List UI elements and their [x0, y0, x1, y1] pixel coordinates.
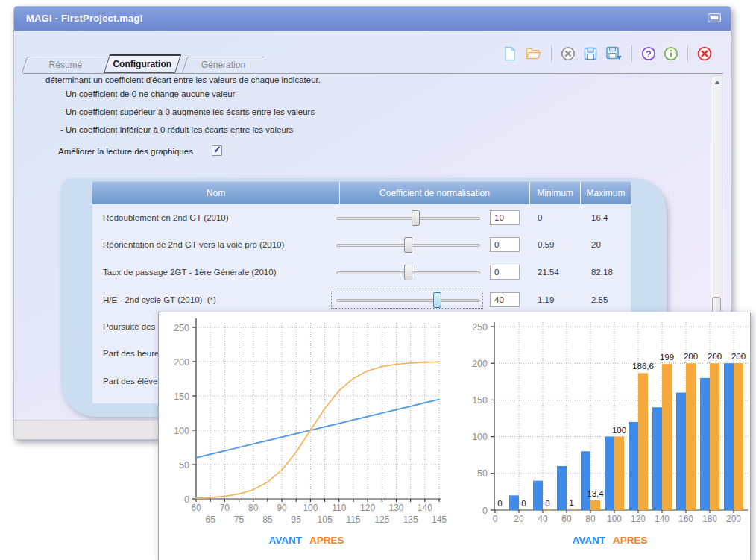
- svg-text:140: 140: [418, 503, 432, 513]
- svg-text:20: 20: [514, 514, 524, 524]
- coefficient-input[interactable]: [490, 210, 520, 225]
- svg-text:95: 95: [292, 515, 302, 525]
- maximum-value: 16.4: [591, 213, 608, 222]
- svg-text:100: 100: [303, 503, 318, 513]
- svg-text:199: 199: [660, 353, 674, 362]
- svg-text:0: 0: [184, 494, 189, 505]
- svg-text:100: 100: [612, 426, 626, 435]
- minimum-value: 0.59: [538, 240, 554, 249]
- svg-text:0: 0: [545, 499, 549, 508]
- svg-text:145: 145: [432, 515, 447, 525]
- svg-text:130: 130: [388, 503, 403, 513]
- maximum-value: 2.55: [591, 295, 608, 304]
- row-name: Part des élève: [103, 377, 158, 386]
- bar-chart-legend: AVANTAPRES: [550, 535, 670, 546]
- svg-text:60: 60: [561, 514, 572, 524]
- coefficient-slider-thumb[interactable]: [404, 265, 412, 280]
- table-row: Réorientation de 2nd GT vers la voie pro…: [14, 235, 731, 256]
- svg-text:200: 200: [684, 352, 698, 361]
- svg-text:100: 100: [607, 514, 622, 524]
- svg-text:85: 85: [262, 515, 273, 525]
- svg-text:80: 80: [585, 514, 596, 524]
- row-name: Taux de passage 2GT - 1ère Générale (201…: [103, 268, 276, 277]
- maximum-value: 82.18: [591, 268, 613, 277]
- legend-apres: APRES: [613, 535, 648, 546]
- svg-text:0: 0: [493, 514, 498, 524]
- coefficient-input[interactable]: [490, 237, 520, 252]
- svg-text:100: 100: [472, 432, 488, 442]
- svg-text:1: 1: [569, 498, 573, 507]
- titlebar: MAGI - FirstProject.magi: [14, 7, 731, 31]
- svg-text:40: 40: [538, 514, 548, 524]
- svg-text:120: 120: [631, 514, 646, 524]
- minimum-value: 21.54: [538, 268, 559, 277]
- coefficient-slider-thumb[interactable]: [404, 237, 412, 253]
- svg-text:135: 135: [403, 515, 418, 525]
- svg-text:13,4: 13,4: [587, 489, 604, 498]
- svg-text:60: 60: [191, 503, 201, 513]
- svg-text:200: 200: [726, 514, 741, 524]
- charts-canvas: 0501001502002506065707580859095100105110…: [159, 312, 750, 532]
- svg-text:125: 125: [374, 515, 389, 525]
- svg-text:65: 65: [205, 515, 215, 525]
- svg-text:90: 90: [277, 503, 287, 513]
- svg-text:100: 100: [174, 426, 189, 436]
- coefficient-slider-track[interactable]: [336, 299, 480, 302]
- minimum-value: 1.19: [538, 295, 554, 304]
- svg-text:200: 200: [174, 357, 189, 368]
- legend-apres: APRES: [309, 535, 344, 546]
- line-chart-legend: AVANTAPRES: [247, 535, 366, 546]
- row-name: Redoublement en 2nd GT (2010): [103, 213, 229, 222]
- svg-text:200: 200: [708, 352, 722, 361]
- svg-text:200: 200: [472, 359, 488, 369]
- svg-text:110: 110: [332, 503, 346, 513]
- svg-text:75: 75: [234, 515, 245, 525]
- minimum-value: 0: [538, 213, 542, 222]
- row-name: H/E - 2nd cycle GT (2010) (*): [103, 295, 216, 304]
- svg-text:200: 200: [731, 352, 746, 361]
- coefficient-input[interactable]: [490, 265, 520, 280]
- scroll-up-icon[interactable]: [714, 81, 720, 84]
- svg-text:186,6: 186,6: [632, 362, 654, 371]
- charts-overlay-panel: 0501001502002506065707580859095100105110…: [158, 312, 751, 560]
- legend-avant: AVANT: [268, 535, 302, 546]
- row-name: Part des heure: [103, 349, 159, 358]
- svg-text:70: 70: [220, 503, 230, 513]
- minimize-icon: [711, 16, 718, 19]
- legend-avant: AVANT: [572, 535, 605, 546]
- coefficient-slider-track[interactable]: [336, 217, 480, 220]
- svg-text:0: 0: [482, 506, 488, 516]
- svg-text:250: 250: [472, 322, 488, 333]
- svg-text:150: 150: [472, 395, 488, 406]
- row-name: Réorientation de 2nd GT vers la voie pro…: [103, 240, 284, 249]
- svg-text:120: 120: [360, 503, 375, 513]
- minimize-button[interactable]: [708, 13, 721, 22]
- svg-text:105: 105: [318, 515, 333, 525]
- coefficient-slider-thumb[interactable]: [433, 292, 441, 308]
- svg-text:160: 160: [678, 514, 693, 524]
- coefficient-slider-thumb[interactable]: [412, 210, 420, 226]
- svg-text:0: 0: [521, 499, 526, 508]
- window-title: MAGI - FirstProject.magi: [26, 7, 143, 31]
- svg-text:140: 140: [655, 514, 670, 524]
- svg-text:115: 115: [346, 515, 360, 525]
- table-row: Redoublement en 2nd GT (2010)016.4: [14, 208, 731, 229]
- table-row: Taux de passage 2GT - 1ère Générale (201…: [14, 262, 731, 283]
- svg-text:50: 50: [179, 460, 189, 471]
- svg-text:0: 0: [497, 499, 502, 508]
- table-row: H/E - 2nd cycle GT (2010) (*)1.192.55: [14, 290, 731, 311]
- svg-text:80: 80: [248, 503, 259, 513]
- coefficient-input[interactable]: [490, 292, 520, 307]
- svg-text:180: 180: [702, 514, 717, 524]
- row-name: Poursuite des: [103, 322, 155, 331]
- page: MAGI - FirstProject.magi: [0, 0, 756, 560]
- svg-text:250: 250: [174, 323, 189, 333]
- svg-text:150: 150: [174, 391, 189, 402]
- maximum-value: 20: [591, 240, 601, 249]
- svg-text:50: 50: [477, 468, 488, 479]
